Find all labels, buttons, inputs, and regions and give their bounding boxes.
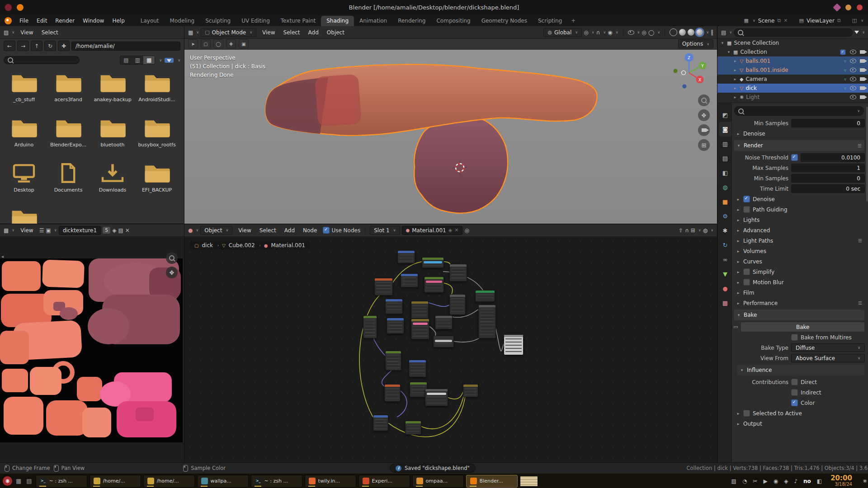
viewport-menu-object[interactable]: Object [323, 28, 349, 37]
taskbar-app-twily-in[interactable]: twily.in... [305, 475, 356, 488]
breadcrumb-material[interactable]: Material.001 [271, 242, 305, 249]
folder-item-desktop[interactable]: Desktop [2, 160, 46, 205]
outliner-search-input[interactable] [734, 28, 853, 37]
viewport-menu-add[interactable]: Add [304, 28, 323, 37]
panel-light-paths[interactable]: ▸Light Paths☰ [733, 235, 865, 246]
panel-denoise[interactable]: ▸Denoise [733, 128, 865, 139]
panel-advanced[interactable]: ▸Advanced [733, 225, 865, 235]
panel-menu-icon[interactable]: ☰ [858, 238, 862, 243]
taskbar-app-ompaa[interactable]: ompaa... [412, 475, 464, 488]
editor-type-chevron-icon[interactable]: ∨ [196, 30, 199, 34]
snapping-mode-icon[interactable]: ⊞ [691, 227, 695, 234]
file-browser-menu-select[interactable]: Select [38, 28, 62, 37]
simplify-checkbox[interactable] [743, 268, 750, 275]
outliner-row-light[interactable]: ▸✺Light [717, 93, 868, 102]
fake-user-shield-icon[interactable]: ◈ [112, 227, 116, 234]
cursor-tool-icon[interactable]: ✚ [226, 39, 236, 48]
display-thumbnails-button[interactable]: ▦ [143, 56, 155, 64]
hide-eye-icon[interactable] [850, 50, 856, 54]
viewport-menu-view[interactable]: View [258, 28, 279, 37]
open-image-icon[interactable]: ▤ [118, 227, 123, 234]
panel-film[interactable]: ▸Film [733, 287, 865, 298]
transform-orientation-dropdown[interactable]: ◍ Global ∨ [543, 28, 582, 37]
min-samples-field[interactable]: 0 [791, 174, 865, 183]
use-nodes-checkbox[interactable] [323, 227, 330, 234]
noise-threshold-field[interactable]: 0.0100 [801, 153, 865, 162]
start-menu-button[interactable]: ❋ [3, 476, 12, 486]
panel-lights[interactable]: ▸Lights [733, 215, 865, 225]
shading-chevron-icon[interactable]: ∨ [706, 30, 709, 34]
section-bake[interactable]: ▾Bake [734, 310, 864, 320]
scene-chevron-icon[interactable]: ∨ [753, 19, 755, 23]
hide-eye-icon[interactable] [850, 77, 856, 81]
folder-item-acers3fand[interactable]: acers3fand [46, 69, 90, 114]
properties-tab-render[interactable]: ◙ [719, 122, 731, 136]
panel-output[interactable]: ▸Output [733, 418, 865, 429]
taskbar-app-zsh[interactable]: >_~ : zsh ... [251, 475, 302, 488]
browse-image-icon[interactable]: ▣ [46, 227, 51, 234]
shading-solid-button[interactable] [679, 29, 686, 36]
snap-chevron-icon[interactable]: ∨ [603, 30, 606, 34]
noise-threshold-checkbox[interactable] [791, 154, 798, 161]
properties-filter-chevron-icon[interactable]: ∨ [857, 109, 860, 113]
tray-icon-3[interactable]: ▶ [763, 478, 767, 484]
file-browser-menu-view[interactable]: View [16, 28, 37, 37]
folder-item-efi-backup[interactable]: EFI_BACKUP [135, 160, 179, 205]
direct-checkbox[interactable] [791, 379, 798, 385]
properties-tab-object[interactable]: ■ [719, 194, 731, 209]
folder-item-item[interactable] [2, 205, 46, 224]
image-name-field[interactable]: dicktexture1 [59, 226, 101, 235]
select-circle-icon[interactable]: ◯ [213, 39, 223, 48]
hide-eye-icon[interactable] [850, 95, 856, 99]
shader-node-21[interactable] [425, 389, 448, 406]
viewport-canvas[interactable]: User Perspective (51) Collection | dick … [184, 49, 717, 224]
workspace-tab-rendering[interactable]: Rendering [392, 16, 431, 26]
editor-type-icon[interactable]: ▦ [188, 29, 193, 36]
filter-chevron-icon[interactable]: ∨ [178, 58, 180, 62]
expand-arrow-icon[interactable]: ▾ [720, 41, 725, 45]
editor-type-chevron-icon[interactable]: ∨ [12, 30, 14, 34]
show-overlays-icon[interactable]: ◯ [648, 29, 654, 36]
time-limit-field[interactable]: 0 sec [791, 184, 865, 193]
workspace-tab-compositing[interactable]: Compositing [431, 16, 476, 26]
outliner-row-dick[interactable]: ▸▽dick▿ [717, 84, 868, 93]
shader-type-dropdown[interactable]: Object ∨ [200, 226, 232, 235]
filter-chevron-icon[interactable]: ∨ [862, 30, 865, 34]
menu-view[interactable]: View [16, 226, 37, 235]
menu-edit[interactable]: Edit [33, 16, 51, 25]
properties-tab-constraints[interactable]: ∞ [719, 252, 731, 267]
snap-magnet-icon[interactable]: ∩ [685, 227, 689, 234]
tool-fallback-icon[interactable]: ➤ [188, 39, 198, 48]
color-checkbox[interactable] [791, 399, 798, 406]
shader-node-4[interactable] [401, 273, 418, 287]
properties-tab-output[interactable]: ▥ [719, 136, 731, 151]
shading-material-button[interactable] [688, 29, 694, 36]
shader-node-16[interactable] [385, 351, 401, 371]
render-pause-icon[interactable]: ‖ [711, 29, 713, 36]
folder-item-bluetooth[interactable]: bluetooth [90, 114, 135, 160]
options-dropdown[interactable]: Options ∨ [678, 39, 713, 48]
exclude-checkbox[interactable] [840, 49, 846, 55]
taskbar-app-home[interactable]: /home/... [90, 475, 141, 488]
folder-item-cb-stuff[interactable]: _cb_stuff [2, 69, 46, 114]
shader-node-15[interactable] [433, 336, 454, 347]
properties-tab-view-layer[interactable]: ▤ [719, 151, 731, 165]
create-directory-button[interactable]: ✚ [58, 41, 70, 51]
editor-menus-icon[interactable]: ☰ [39, 227, 44, 234]
display-list-horizontal-button[interactable]: ▥ [132, 56, 143, 64]
breadcrumb-object[interactable]: dick [202, 242, 213, 249]
shader-node-23[interactable] [373, 415, 388, 431]
hide-eye-icon[interactable] [850, 86, 856, 90]
blender-menu-icon[interactable] [5, 17, 12, 24]
transform-tool-icon[interactable]: ▣ [239, 39, 249, 48]
workspace-tab-geometry-nodes[interactable]: Geometry Nodes [476, 16, 533, 26]
file-search-input[interactable] [4, 56, 80, 64]
tray-icon-0[interactable]: ▨ [731, 478, 736, 484]
bake-button[interactable]: Bake [741, 322, 865, 332]
select-box-icon[interactable]: ▢ [201, 39, 211, 48]
tray-icon-7[interactable]: no [803, 478, 811, 484]
properties-scrollbar[interactable] [866, 107, 868, 202]
forward-button[interactable]: → [17, 41, 29, 51]
tray-expand-icon[interactable]: ✳ [859, 478, 868, 484]
scene-name[interactable]: Scene [758, 18, 775, 24]
